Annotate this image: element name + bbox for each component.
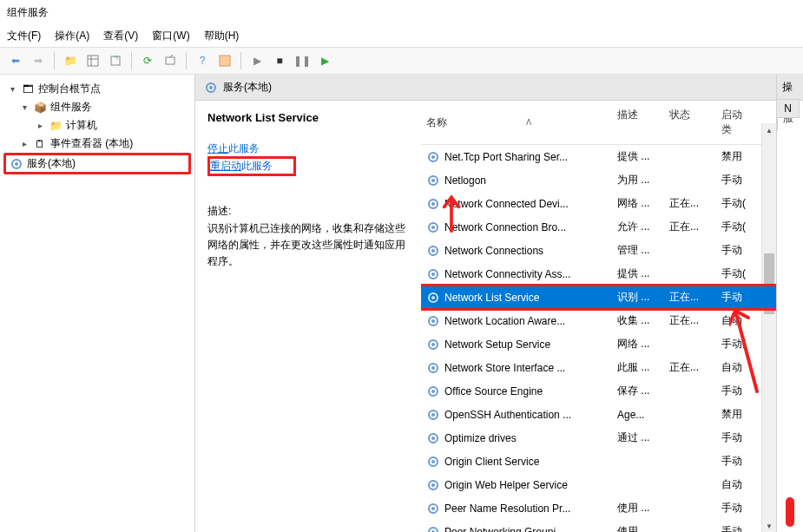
restart-service-link[interactable]: 重启动此服务 <box>210 160 273 172</box>
service-status: 正在... <box>664 196 716 211</box>
tree-item-computer[interactable]: ▸ 📁 计算机 <box>3 116 191 135</box>
service-status: 正在... <box>664 220 716 234</box>
tree-root[interactable]: ▾ 🗔 控制台根节点 <box>3 80 191 98</box>
service-row[interactable]: Netlogon为用 ...手动 <box>421 168 776 192</box>
menu-view[interactable]: 查看(V) <box>103 29 138 43</box>
tree-panel: ▾ 🗔 控制台根节点 ▾ 📦 组件服务 ▸ 📁 计算机 ▸ 🗒 事件查看器 (本… <box>0 75 195 532</box>
tree-item-services[interactable]: 服务(本地) <box>3 153 191 174</box>
service-row[interactable]: Network Connected Devi...网络 ...正在...手动( <box>421 192 776 215</box>
menu-window[interactable]: 窗口(W) <box>152 29 189 43</box>
service-desc: 网络 ... <box>612 337 664 351</box>
service-row[interactable]: Origin Web Helper Service自动 <box>421 473 776 496</box>
service-start: 禁用 <box>716 149 751 164</box>
refresh-icon[interactable]: ⟳ <box>137 51 158 70</box>
service-start: 自动 <box>716 313 751 328</box>
col-status[interactable]: 状态 <box>664 104 716 141</box>
gear-icon <box>426 197 440 211</box>
service-row[interactable]: Optimize drives通过 ...手动 <box>421 426 776 450</box>
col-name[interactable]: 名称ᐱ <box>421 104 612 141</box>
service-desc: 允许 ... <box>612 220 664 234</box>
col-desc[interactable]: 描述 <box>612 104 664 141</box>
service-row[interactable]: Network Connection Bro...允许 ...正在...手动( <box>421 215 776 239</box>
service-desc: 管理 ... <box>612 243 664 258</box>
service-start: 手动 <box>716 430 751 445</box>
back-button[interactable]: ⬅ <box>5 51 26 70</box>
expand-icon[interactable]: ▸ <box>35 121 45 130</box>
service-detail-panel: Network List Service 停止此服务 重启动此服务 描述: 识别… <box>195 101 421 532</box>
tree-label: 事件查看器 (本地) <box>50 136 133 151</box>
view-icon[interactable] <box>82 51 103 70</box>
export-icon[interactable] <box>105 51 126 70</box>
gear-icon <box>426 455 440 469</box>
description-text: 识别计算机已连接的网络，收集和存储这些网络的属性，并在更改这些属性时通知应用程序… <box>207 220 409 271</box>
expand-icon[interactable]: ▾ <box>7 84 17 94</box>
svg-rect-4 <box>166 57 174 64</box>
menubar: 文件(F) 操作(A) 查看(V) 窗口(W) 帮助(H) <box>0 25 803 47</box>
service-row[interactable]: Network Location Aware...收集 ...正在...自动 <box>421 309 776 332</box>
svg-point-35 <box>431 437 435 440</box>
gear-icon <box>426 431 440 445</box>
tree-label: 组件服务 <box>50 100 92 115</box>
list-header: 名称ᐱ 描述 状态 启动类 <box>421 101 776 145</box>
menu-help[interactable]: 帮助(H) <box>204 29 240 43</box>
scroll-up-button[interactable]: ▲ <box>762 123 776 138</box>
service-name: Office Source Engine <box>444 385 543 397</box>
service-desc: 使用 ... <box>612 501 664 516</box>
service-row[interactable]: Peer Networking Groupi...使用 ...手动 <box>421 520 776 532</box>
n-button[interactable]: N <box>776 99 800 118</box>
service-row[interactable]: Network Setup Service网络 ...手动( <box>421 332 776 356</box>
stop-service-link[interactable]: 停止此服务 <box>207 142 260 154</box>
gear-icon <box>426 244 440 258</box>
service-row[interactable]: Network Connections管理 ...手动 <box>421 239 776 262</box>
folder-icon[interactable]: 📁 <box>60 51 81 70</box>
svg-point-19 <box>431 249 435 253</box>
service-start: 手动( <box>716 266 751 281</box>
stop-icon[interactable]: ■ <box>269 51 290 70</box>
service-name: Network Store Interface ... <box>444 362 565 374</box>
service-name: Optimize drives <box>444 432 517 444</box>
col-start[interactable]: 启动类 <box>716 104 751 141</box>
service-row[interactable]: OpenSSH Authentication ...Age...禁用 <box>421 403 776 426</box>
help-icon[interactable]: ? <box>192 51 213 70</box>
svg-point-23 <box>431 296 435 299</box>
forward-button[interactable]: ➡ <box>28 51 49 70</box>
service-name: Network List Service <box>444 292 539 304</box>
service-status: 正在... <box>664 313 716 328</box>
service-row[interactable]: Network Connectivity Ass...提供 ...手动( <box>421 262 776 286</box>
menu-file[interactable]: 文件(F) <box>7 29 41 43</box>
service-name: Origin Client Service <box>444 456 539 468</box>
service-name: Network Connectivity Ass... <box>444 268 570 280</box>
service-row[interactable]: Office Source Engine保存 ...手动 <box>421 379 776 403</box>
gear-icon <box>426 150 440 164</box>
scrollbar[interactable]: ▲ ▼ <box>761 123 776 532</box>
tree-label: 服务(本地) <box>27 156 76 171</box>
pause-icon[interactable]: ❚❚ <box>292 51 313 70</box>
service-row[interactable]: Network List Service识别 ...正在...手动 <box>421 286 776 309</box>
center-header: 服务(本地) <box>195 75 776 101</box>
gear-icon <box>10 157 23 171</box>
service-row[interactable]: Origin Client Service手动 <box>421 450 776 473</box>
tree-item-component[interactable]: ▾ 📦 组件服务 <box>3 98 191 116</box>
svg-point-9 <box>209 86 213 89</box>
actions-panel-header: 操 <box>777 75 803 101</box>
scroll-down-button[interactable]: ▼ <box>762 519 776 532</box>
service-start: 禁用 <box>716 407 751 422</box>
menu-action[interactable]: 操作(A) <box>55 29 89 43</box>
service-status: 正在... <box>664 360 716 375</box>
service-row[interactable]: Network Store Interface ...此服 ...正在...自动 <box>421 356 776 379</box>
window-icon[interactable] <box>214 51 235 70</box>
service-row[interactable]: Net.Tcp Port Sharing Ser...提供 ...禁用 <box>421 145 776 168</box>
expand-icon[interactable]: ▾ <box>19 102 30 112</box>
service-status: 正在... <box>664 290 716 305</box>
svg-point-37 <box>431 460 435 463</box>
expand-icon[interactable]: ▸ <box>19 139 30 148</box>
service-name: Network Connections <box>444 245 543 257</box>
service-row[interactable]: Peer Name Resolution Pr...使用 ...手动 <box>421 496 776 520</box>
gear-icon <box>426 267 440 281</box>
service-name: Network Setup Service <box>444 338 550 351</box>
export-list-icon[interactable] <box>160 51 181 70</box>
play-icon[interactable]: ▶ <box>247 51 267 70</box>
restart-icon[interactable]: ▶ <box>314 51 335 70</box>
tree-item-event[interactable]: ▸ 🗒 事件查看器 (本地) <box>3 135 191 153</box>
event-icon: 🗒 <box>33 137 47 151</box>
